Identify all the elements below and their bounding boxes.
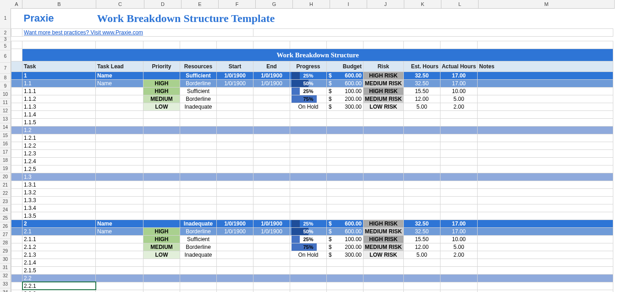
priority-cell[interactable]: LOW [143,251,180,259]
risk-cell[interactable] [363,212,404,220]
resources-cell[interactable] [180,126,217,134]
est-hours-cell[interactable] [403,126,440,134]
notes-cell[interactable] [478,204,613,212]
est-hours-cell[interactable]: 15.50 [403,87,440,95]
start-cell[interactable] [217,266,253,274]
task-cell[interactable]: 2.1.5 [22,266,96,274]
progress-cell[interactable] [290,142,327,149]
task-cell[interactable]: 1.3.3 [22,196,96,204]
row-header-24[interactable]: 24 [0,206,11,214]
actual-hours-cell[interactable] [440,118,478,126]
end-cell[interactable] [253,251,290,259]
start-cell[interactable] [217,274,253,282]
budget-cell[interactable]: 100.00 [327,235,363,243]
risk-cell[interactable] [363,157,404,165]
budget-cell[interactable]: 600.00 [327,220,363,227]
est-hours-cell[interactable] [403,134,440,142]
start-cell[interactable] [217,110,253,118]
best-practices-link[interactable]: Want more best practices? Visit www.Prax… [24,29,143,36]
start-cell[interactable] [217,142,253,149]
progress-cell[interactable] [290,110,327,118]
start-cell[interactable] [217,95,253,103]
col-header-B[interactable]: B [22,0,96,8]
notes-cell[interactable] [478,134,613,142]
risk-cell[interactable] [363,196,404,204]
select-all-corner[interactable] [0,0,11,9]
notes-cell[interactable] [478,181,613,188]
actual-hours-cell[interactable] [440,290,478,292]
actual-hours-cell[interactable] [440,282,478,290]
resources-cell[interactable] [180,196,217,204]
budget-cell[interactable] [327,134,363,142]
risk-cell[interactable] [363,126,404,134]
priority-cell[interactable]: LOW [143,103,180,110]
progress-cell[interactable] [290,196,327,204]
priority-cell[interactable]: HIGH [143,227,180,235]
progress-cell[interactable] [290,118,327,126]
est-hours-cell[interactable]: 32.50 [403,220,440,227]
row-header-3[interactable]: 3 [0,37,11,42]
est-hours-cell[interactable] [403,212,440,220]
priority-cell[interactable]: MEDIUM [143,95,180,103]
start-cell[interactable] [217,282,253,290]
risk-cell[interactable] [363,181,404,188]
end-cell[interactable] [253,165,290,173]
progress-cell[interactable]: 50% [290,79,327,87]
end-cell[interactable] [253,173,290,181]
priority-cell[interactable] [143,220,180,227]
actual-hours-cell[interactable] [440,157,478,165]
row-header-26[interactable]: 26 [0,222,11,231]
progress-cell[interactable]: 75% [290,95,327,103]
budget-cell[interactable]: 600.00 [327,72,363,79]
progress-cell[interactable] [290,259,327,266]
row-header-17[interactable]: 17 [0,148,11,156]
start-cell[interactable] [217,188,253,196]
resources-cell[interactable] [180,181,217,188]
row-headers[interactable]: 1235678910111213141516171819202122232425… [0,8,11,292]
task-cell[interactable]: 1.3.5 [22,212,96,220]
start-cell[interactable] [217,165,253,173]
task-cell[interactable]: 1.3.4 [22,204,96,212]
progress-cell[interactable] [290,282,327,290]
row-header-5[interactable]: 5 [0,42,11,50]
priority-cell[interactable] [143,157,180,165]
header-progress[interactable]: Progress [290,61,327,72]
budget-cell[interactable] [327,173,363,181]
resources-cell[interactable] [180,212,217,220]
priority-cell[interactable] [143,204,180,212]
priority-cell[interactable] [143,282,180,290]
col-header-L[interactable]: L [441,0,479,8]
task-cell[interactable]: 1.2.3 [22,149,96,157]
start-cell[interactable] [217,134,253,142]
header-priority[interactable]: Priority [143,61,180,72]
progress-cell[interactable] [290,173,327,181]
end-cell[interactable] [253,149,290,157]
lead-cell[interactable] [96,134,143,142]
risk-cell[interactable]: MEDIUM RISK [363,95,404,103]
priority-cell[interactable] [143,126,180,134]
est-hours-cell[interactable] [403,157,440,165]
row-header-31[interactable]: 31 [0,264,11,272]
est-hours-cell[interactable]: 15.50 [403,235,440,243]
actual-hours-cell[interactable] [440,110,478,118]
row-header-33[interactable]: 33 [0,280,11,288]
progress-cell[interactable] [290,274,327,282]
est-hours-cell[interactable] [403,266,440,274]
priority-cell[interactable]: HIGH [143,87,180,95]
resources-cell[interactable]: Inadequate [180,103,217,110]
resources-cell[interactable]: Borderline [180,95,217,103]
actual-hours-cell[interactable] [440,134,478,142]
resources-cell[interactable]: Sufficient [180,72,217,79]
progress-cell[interactable] [290,188,327,196]
priority-cell[interactable] [143,118,180,126]
risk-cell[interactable]: HIGH RISK [363,72,404,79]
progress-cell[interactable] [290,126,327,134]
budget-cell[interactable] [327,188,363,196]
budget-cell[interactable] [327,266,363,274]
risk-cell[interactable] [363,188,404,196]
start-cell[interactable] [217,103,253,110]
end-cell[interactable] [253,95,290,103]
resources-cell[interactable]: Inadequate [180,220,217,227]
risk-cell[interactable] [363,134,404,142]
budget-cell[interactable] [327,110,363,118]
